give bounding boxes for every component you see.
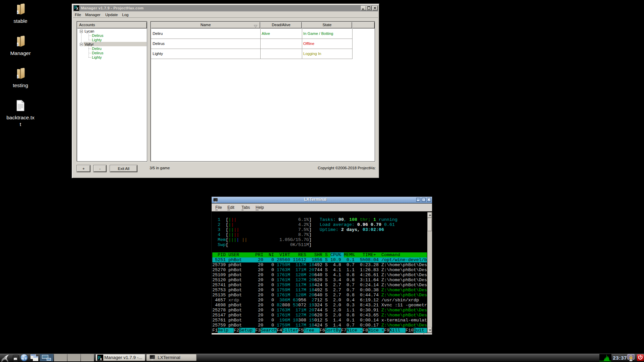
- svg-text:x: x: [100, 357, 102, 361]
